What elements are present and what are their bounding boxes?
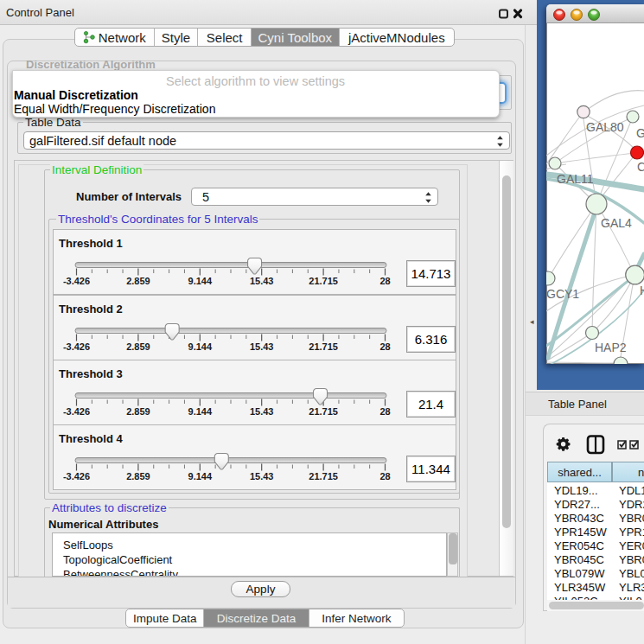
svg-text:HAP2: HAP2 bbox=[595, 341, 627, 354]
svg-text:HI: HI bbox=[640, 284, 644, 297]
svg-text:GAL11: GAL11 bbox=[557, 172, 594, 186]
svg-text:GA: GA bbox=[636, 126, 644, 140]
svg-text:CY: CY bbox=[637, 160, 644, 174]
svg-text:GCY1: GCY1 bbox=[546, 287, 579, 301]
svg-text:GAL80: GAL80 bbox=[586, 120, 624, 134]
svg-text:GAL4: GAL4 bbox=[601, 216, 632, 230]
